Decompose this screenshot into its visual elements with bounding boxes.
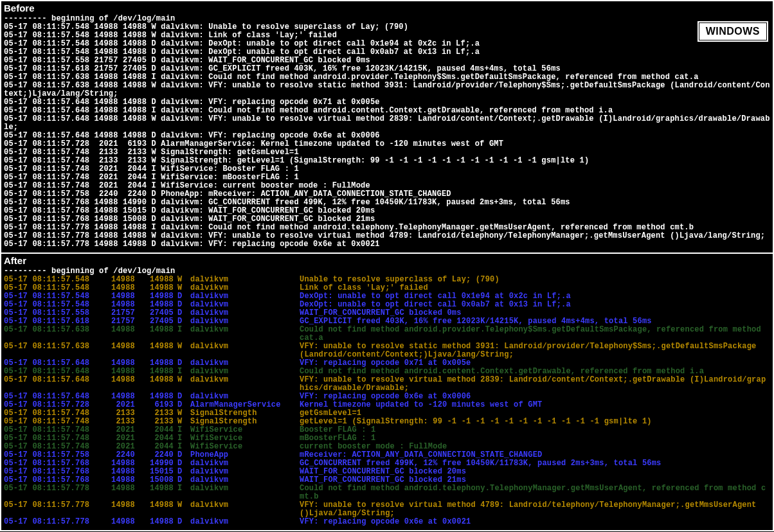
log-row: 05-17 08:11:57.6481498814988WdalvikvmVFY… xyxy=(4,376,770,393)
col-datetime: 05-17 08:11:57.748 xyxy=(4,443,100,451)
col-tag: dalvikvm xyxy=(190,368,300,376)
before-title: Before xyxy=(1,1,773,13)
after-log-output: --------- beginning of /dev/log/main05-1… xyxy=(1,266,773,530)
log-line: 05-17 08:11:57.778 14988 14988 D dalvikv… xyxy=(4,240,770,249)
col-message: Could not find method android.telephony.… xyxy=(300,484,770,501)
col-datetime: 05-17 08:11:57.638 xyxy=(4,326,100,342)
col-pid: 14988 xyxy=(100,376,139,393)
col-pid: 14988 xyxy=(100,326,139,342)
col-tid: 14988 xyxy=(139,368,177,376)
col-message: Kernel timezone updated to -120 minutes … xyxy=(300,401,770,409)
after-title: After xyxy=(1,254,773,266)
col-level: W xyxy=(177,501,190,518)
col-level: W xyxy=(177,376,190,393)
col-tid: 14988 xyxy=(139,501,177,518)
col-tid: 14988 xyxy=(139,326,177,342)
col-tag: dalvikvm xyxy=(190,326,300,342)
before-log-output: --------- beginning of /dev/log/main05-1… xyxy=(1,13,773,253)
col-level: I xyxy=(177,443,190,451)
col-pid: 14988 xyxy=(100,501,139,518)
col-tid: 14988 xyxy=(139,484,177,501)
log-row: 05-17 08:11:57.74820212044IWifiServicecu… xyxy=(4,443,770,451)
col-pid: 14988 xyxy=(100,342,139,359)
col-tag: dalvikvm xyxy=(190,484,300,501)
col-level: I xyxy=(177,326,190,342)
col-datetime: 05-17 08:11:57.638 xyxy=(4,342,100,359)
log-row: 05-17 08:11:57.7781498814988IdalvikvmCou… xyxy=(4,484,770,501)
col-pid: 14988 xyxy=(100,368,139,376)
log-row: 05-17 08:11:57.7781498814988WdalvikvmVFY… xyxy=(4,501,770,518)
col-datetime: 05-17 08:11:57.778 xyxy=(4,484,100,501)
col-level: I xyxy=(177,484,190,501)
col-datetime: 05-17 08:11:57.778 xyxy=(4,518,100,526)
col-tag: WifiService xyxy=(190,443,300,451)
col-datetime: 05-17 08:11:57.778 xyxy=(4,501,100,518)
col-pid: 14988 xyxy=(100,518,139,526)
col-message: Could not find method android.provider.T… xyxy=(300,326,770,342)
col-message: VFY: replacing opcode 0x6e at 0x0021 xyxy=(300,518,770,526)
col-level: I xyxy=(177,368,190,376)
col-tag: dalvikvm xyxy=(190,376,300,393)
col-tag: dalvikvm xyxy=(190,342,300,359)
col-tag: dalvikvm xyxy=(190,518,300,526)
col-level: W xyxy=(177,342,190,359)
windows-badge: WINDOWS xyxy=(697,21,769,42)
col-tid: 2044 xyxy=(139,443,177,451)
col-message: Could not find method android.content.Co… xyxy=(300,368,770,376)
log-line: 05-17 08:11:57.638 14988 14988 W dalvikv… xyxy=(4,82,770,98)
col-tag: dalvikvm xyxy=(190,501,300,518)
col-datetime: 05-17 08:11:57.648 xyxy=(4,368,100,376)
col-level: D xyxy=(177,518,190,526)
log-row: 05-17 08:11:57.7781498814988DdalvikvmVFY… xyxy=(4,518,770,526)
log-row: 05-17 08:11:57.6381498814988WdalvikvmVFY… xyxy=(4,342,770,359)
col-pid: 2021 xyxy=(100,443,139,451)
before-section: Before --------- beginning of /dev/log/m… xyxy=(0,0,774,253)
col-message: VFY: unable to resolve virtual method 47… xyxy=(300,501,770,518)
col-pid: 14988 xyxy=(100,484,139,501)
col-tid: 14988 xyxy=(139,342,177,359)
col-message: VFY: unable to resolve static method 393… xyxy=(300,342,770,359)
log-row: 05-17 08:11:57.6481498814988IdalvikvmCou… xyxy=(4,368,770,376)
col-datetime: 05-17 08:11:57.648 xyxy=(4,376,100,393)
after-section: After --------- beginning of /dev/log/ma… xyxy=(0,253,774,531)
log-line: 05-17 08:11:57.648 14988 14988 W dalvikv… xyxy=(4,115,770,132)
col-message: current booster mode : FullMode xyxy=(300,443,770,451)
col-message: VFY: unable to resolve virtual method 28… xyxy=(300,376,770,393)
col-tid: 14988 xyxy=(139,376,177,393)
log-row: 05-17 08:11:57.6381498814988IdalvikvmCou… xyxy=(4,326,770,342)
col-tid: 14988 xyxy=(139,518,177,526)
